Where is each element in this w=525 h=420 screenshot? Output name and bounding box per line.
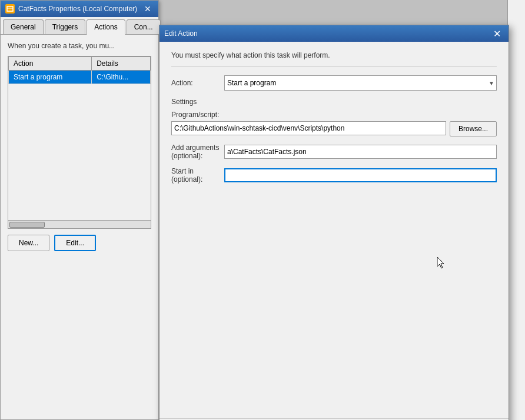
col-details: Details bbox=[92, 57, 151, 71]
action-label: Action: bbox=[171, 79, 224, 87]
svg-rect-0 bbox=[7, 6, 13, 11]
browse-button[interactable]: Browse... bbox=[450, 121, 497, 136]
bg-titlebar: CatFacts Properties (Local Computer) ✕ bbox=[1, 1, 158, 17]
bg-window: CatFacts Properties (Local Computer) ✕ G… bbox=[0, 0, 159, 420]
table-cell-details: C:\Githu... bbox=[92, 71, 151, 84]
start-in-label: Start in (optional): bbox=[171, 167, 224, 184]
new-button[interactable]: New... bbox=[8, 235, 49, 251]
bg-close-button[interactable]: ✕ bbox=[142, 3, 154, 15]
start-in-row: Start in (optional): bbox=[171, 167, 497, 184]
program-script-section: Program/script: Browse... bbox=[171, 111, 497, 136]
action-row: Action: Start a program ▼ bbox=[171, 75, 497, 91]
settings-group: Settings Program/script: Browse... Add a… bbox=[171, 98, 497, 184]
action-buttons: New... Edit... bbox=[8, 235, 151, 251]
action-select-wrapper: Start a program ▼ bbox=[224, 75, 497, 91]
edit-button[interactable]: Edit... bbox=[54, 235, 96, 251]
dialog-body: You must specify what action this task w… bbox=[160, 42, 509, 200]
program-script-label: Program/script: bbox=[171, 111, 497, 119]
tab-actions[interactable]: Actions bbox=[87, 19, 125, 35]
action-table: Action Details Start a program C:\Githu.… bbox=[8, 56, 151, 84]
program-script-row: Browse... bbox=[171, 121, 497, 136]
tab-general[interactable]: General bbox=[3, 19, 44, 34]
bg-description: When you create a task, you mu... bbox=[8, 42, 151, 50]
scrollbar-thumb[interactable] bbox=[9, 222, 45, 228]
program-script-input[interactable] bbox=[171, 121, 446, 135]
add-arguments-row: Add arguments (optional): bbox=[171, 144, 497, 160]
bg-window-title: CatFacts Properties (Local Computer) bbox=[18, 5, 137, 13]
settings-label: Settings bbox=[171, 98, 497, 106]
right-stub bbox=[507, 0, 525, 420]
tab-triggers[interactable]: Triggers bbox=[45, 19, 86, 34]
action-select[interactable]: Start a program bbox=[224, 75, 497, 91]
table-cell-action: Start a program bbox=[9, 71, 92, 84]
col-action: Action bbox=[9, 57, 92, 71]
dialog-close-button[interactable]: ✕ bbox=[490, 27, 504, 40]
dialog-titlebar: Edit Action ✕ bbox=[160, 25, 509, 42]
start-in-input[interactable] bbox=[224, 168, 497, 182]
tab-conditions[interactable]: Con... bbox=[127, 19, 161, 34]
table-row[interactable]: Start a program C:\Githu... bbox=[9, 71, 151, 84]
edit-action-dialog: Edit Action ✕ You must specify what acti… bbox=[159, 25, 509, 420]
dialog-divider bbox=[171, 66, 497, 67]
add-arguments-input[interactable] bbox=[224, 145, 497, 159]
action-table-wrapper[interactable]: Action Details Start a program C:\Githu.… bbox=[8, 56, 151, 221]
bg-content: When you create a task, you mu... Action… bbox=[1, 35, 158, 258]
add-arguments-label: Add arguments (optional): bbox=[171, 144, 224, 160]
dialog-subtitle: You must specify what action this task w… bbox=[171, 51, 497, 59]
dialog-title: Edit Action bbox=[164, 29, 198, 38]
tabs-container: General Triggers Actions Con... bbox=[1, 17, 158, 35]
window-icon bbox=[5, 4, 15, 14]
scrollbar[interactable] bbox=[8, 221, 151, 229]
